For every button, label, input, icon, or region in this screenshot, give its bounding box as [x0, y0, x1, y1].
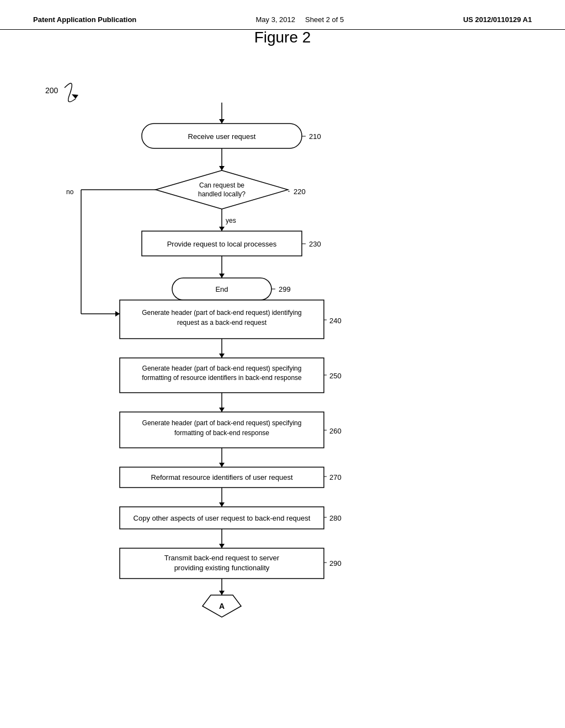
header-sheet: Sheet 2 of 5: [305, 15, 344, 24]
svg-text:280: 280: [329, 514, 342, 522]
page-content: 200 yes no: [0, 30, 565, 63]
svg-marker-32: [156, 170, 288, 209]
svg-text:Can request be: Can request be: [199, 181, 244, 189]
svg-text:200: 200: [45, 86, 58, 95]
svg-marker-23: [219, 502, 225, 507]
svg-marker-1: [72, 94, 78, 99]
svg-text:Provide request to local proce: Provide request to local processes: [167, 240, 277, 248]
svg-text:providing existing functionali: providing existing functionality: [174, 564, 270, 572]
svg-marker-21: [219, 463, 225, 467]
svg-text:Receive user request: Receive user request: [188, 132, 256, 141]
header-right: US 2012/0110129 A1: [463, 15, 532, 24]
svg-text:yes: yes: [226, 217, 236, 224]
svg-text:formatting of back-end respons: formatting of back-end response: [174, 429, 269, 437]
svg-marker-3: [219, 119, 225, 124]
figure-label: Figure 2: [34, 29, 531, 46]
svg-text:A: A: [219, 602, 225, 611]
svg-marker-17: [219, 354, 225, 358]
svg-text:220: 220: [294, 188, 306, 196]
svg-text:260: 260: [329, 427, 342, 435]
svg-marker-25: [219, 544, 225, 548]
svg-text:250: 250: [329, 372, 342, 380]
svg-marker-7: [219, 227, 225, 231]
svg-text:Reformat resource identifiers : Reformat resource identifiers of user re…: [151, 473, 293, 481]
svg-text:handled locally?: handled locally?: [198, 190, 246, 198]
header-date: May 3, 2012: [256, 15, 296, 24]
svg-text:210: 210: [309, 132, 321, 141]
svg-text:240: 240: [329, 317, 342, 325]
svg-text:Generate header (part of back-: Generate header (part of back-end reques…: [142, 365, 302, 372]
svg-text:Copy other aspects of user req: Copy other aspects of user request to ba…: [134, 514, 311, 522]
svg-text:request as a back-end request: request as a back-end request: [177, 319, 267, 326]
svg-marker-27: [219, 591, 225, 595]
figure-title: Figure 2: [254, 29, 311, 46]
svg-text:230: 230: [309, 240, 321, 248]
svg-text:290: 290: [329, 559, 342, 568]
svg-marker-10: [219, 274, 225, 278]
svg-marker-19: [219, 408, 225, 412]
flowchart-svg: 200 yes no: [34, 63, 531, 703]
svg-marker-15: [115, 311, 120, 317]
svg-text:299: 299: [279, 285, 291, 293]
svg-text:formatting of resource identif: formatting of resource identifiers in ba…: [142, 374, 302, 382]
svg-marker-5: [219, 166, 225, 170]
svg-text:End: End: [215, 285, 228, 293]
header-center: May 3, 2012 Sheet 2 of 5: [256, 15, 344, 24]
header-left: Patent Application Publication: [33, 15, 136, 24]
patent-page: Patent Application Publication May 3, 20…: [0, 0, 565, 728]
page-header: Patent Application Publication May 3, 20…: [0, 0, 565, 30]
svg-text:270: 270: [329, 473, 342, 481]
svg-text:Generate header (part of back-: Generate header (part of back-end reques…: [142, 309, 302, 317]
svg-text:Transmit back-end request to s: Transmit back-end request to server: [164, 554, 280, 562]
svg-text:no: no: [66, 188, 74, 196]
svg-text:Generate header (part of back-: Generate header (part of back-end reques…: [142, 419, 302, 427]
